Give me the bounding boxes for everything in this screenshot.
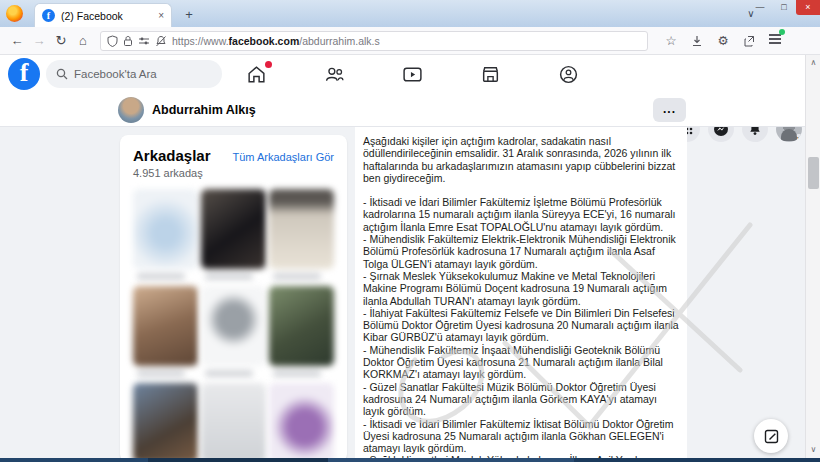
account-chevron-down-icon: ∨ [794, 134, 802, 142]
window-maximize-button[interactable]: □ [772, 0, 796, 15]
send-to-device-icon[interactable] [736, 35, 762, 47]
post-paragraph: - Mühendislik Fakültemiz İnşaat Mühendis… [363, 344, 681, 381]
friends-card: Arkadaşlar Tüm Arkadaşları Gör 4.951 ark… [120, 135, 347, 462]
post-paragraph: - Şırnak Meslek Yüksekokulumuz Makine ve… [363, 270, 681, 307]
home-notification-dot [265, 61, 272, 68]
scroll-down-icon[interactable]: ∨ [806, 444, 820, 456]
download-icon[interactable] [684, 35, 710, 47]
post-paragraph: - Güzel Sanatlar Fakültesi Müzik Bölümü … [363, 381, 681, 418]
friends-count: 4.951 arkadaş [133, 167, 334, 179]
new-tab-button[interactable]: + [180, 6, 198, 24]
more-options-button[interactable]: ... [653, 98, 686, 122]
home-tab-icon [246, 64, 267, 85]
bookmark-star-icon[interactable]: ☆ [658, 33, 684, 48]
compose-pencil-icon [764, 429, 779, 444]
screen: f (2) Facebook × + ∨ — □ × ← → ↻ ⌂ https… [0, 0, 820, 462]
friend-photo[interactable] [269, 383, 334, 462]
scrollbar-thumb[interactable] [808, 157, 819, 189]
post-paragraph: - Mühendislik Fakültemiz Elektrik-Elektr… [363, 233, 681, 270]
profile-name: Abdurrahim Alkış [152, 103, 256, 117]
home-icon[interactable]: ⌂ [72, 33, 94, 48]
friend-photo[interactable] [133, 286, 198, 366]
friends-title: Arkadaşlar [133, 147, 211, 164]
settings-gear-icon[interactable]: ⚙ [710, 33, 736, 48]
tab-home[interactable] [238, 64, 274, 85]
tab-title: (2) Facebook [61, 10, 152, 22]
friend-photo[interactable] [133, 189, 198, 269]
post-paragraph: Aşağıdaki kişiler için açtığım kadrolar,… [363, 135, 681, 184]
friend-photo[interactable] [201, 383, 266, 462]
shield-icon[interactable] [107, 35, 118, 47]
menu-update-dot [779, 29, 785, 35]
back-icon[interactable]: ← [6, 33, 28, 48]
browser-toolbar: ← → ↻ ⌂ https://www.facebook.com/abdurra… [0, 27, 820, 55]
window-minimize-button[interactable]: — [748, 0, 772, 15]
forward-icon[interactable]: → [28, 33, 50, 48]
friend-photo[interactable] [133, 383, 198, 462]
watch-tab-icon [402, 64, 423, 85]
window-close-button[interactable]: × [796, 0, 820, 15]
scroll-up-icon[interactable]: ∧ [806, 57, 820, 69]
tab-watch[interactable] [394, 64, 430, 85]
compose-post-button[interactable] [754, 419, 788, 453]
taskbar-edge [0, 458, 820, 462]
groups-tab-icon [558, 64, 579, 85]
search-input[interactable]: Facebook'ta Ara [46, 60, 222, 88]
page-scrollbar[interactable]: ∧ ∨ [805, 55, 820, 458]
tab-marketplace[interactable] [472, 64, 508, 85]
tab-close-icon[interactable]: × [158, 10, 164, 21]
menu-hamburger-icon[interactable] [762, 32, 788, 49]
tab-groups[interactable] [550, 64, 586, 85]
friend-photo[interactable] [201, 286, 266, 366]
browser-tab[interactable]: f (2) Facebook × [34, 3, 172, 27]
profile-avatar[interactable] [118, 97, 144, 123]
post-paragraph: - İktisadi ve İdari Bilimler Fakültemiz … [363, 418, 681, 455]
friend-photo[interactable] [269, 189, 334, 269]
facebook-header: f Facebook'ta Ara [0, 55, 820, 93]
friend-photo[interactable] [201, 189, 266, 269]
friends-grid [133, 189, 334, 462]
blocked-notifications-icon[interactable] [155, 35, 167, 47]
reload-icon[interactable]: ↻ [50, 33, 72, 48]
friend-photo[interactable] [269, 286, 334, 366]
post-body: Aşağıdaki kişiler için açtığım kadrolar,… [355, 127, 687, 462]
tab-friends[interactable] [316, 64, 352, 85]
permissions-sliders-icon[interactable] [138, 36, 150, 46]
lock-icon[interactable] [123, 35, 133, 47]
post-paragraph: - İktisadi ve İdari Bilimler Fakültemiz … [363, 196, 681, 233]
post-paragraph: - İlahiyat Fakültesi Fakültemiz Felsefe … [363, 307, 681, 344]
firefox-icon[interactable] [6, 5, 23, 22]
address-bar[interactable]: https://www.facebook.com/abdurrahim.alk.… [100, 31, 648, 51]
facebook-nav-tabs [238, 64, 586, 85]
facebook-logo-icon[interactable]: f [8, 58, 40, 90]
facebook-favicon-icon: f [42, 9, 55, 22]
url-text: https://www.facebook.com/abdurrahim.alk.… [172, 35, 380, 47]
search-placeholder: Facebook'ta Ara [74, 68, 157, 80]
marketplace-tab-icon [480, 64, 501, 85]
browser-titlebar: f (2) Facebook × + ∨ — □ × [0, 0, 820, 27]
friends-tab-icon [324, 64, 345, 85]
profile-header: Abdurrahim Alkış ... [0, 93, 820, 127]
search-icon [56, 68, 68, 80]
see-all-friends-link[interactable]: Tüm Arkadaşları Gör [233, 151, 334, 163]
